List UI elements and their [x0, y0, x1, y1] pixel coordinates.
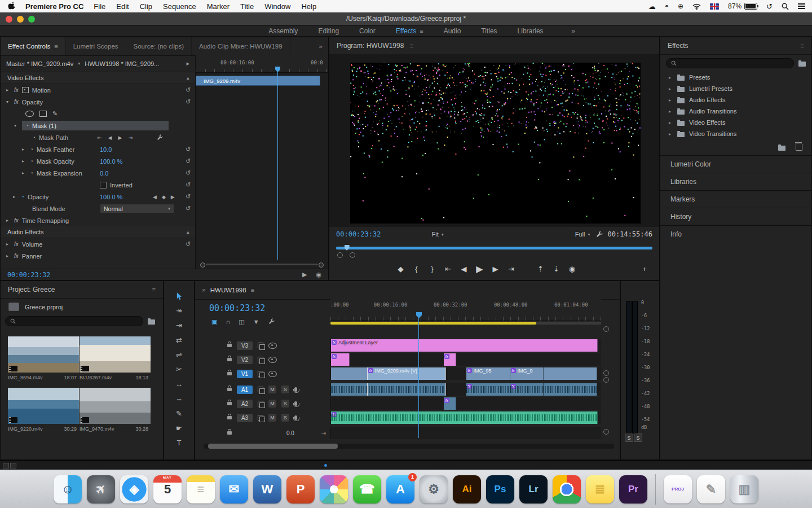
effects-panel-title[interactable]: Effects: [668, 42, 688, 50]
zoom-handle-right[interactable]: [319, 262, 324, 268]
time-machine-icon[interactable]: ↺: [766, 2, 773, 11]
add-marker-button[interactable]: ▼: [253, 318, 259, 325]
extract-button[interactable]: ⇣: [549, 265, 564, 273]
panel-menu-icon[interactable]: ≡: [409, 42, 413, 49]
sync-lock-icon[interactable]: [258, 357, 263, 362]
wifi-icon[interactable]: [692, 3, 701, 10]
tab-lumetri-scopes[interactable]: Lumetri Scopes: [66, 37, 126, 55]
clip-thumbnail[interactable]: [8, 336, 79, 373]
rolling-edit-tool[interactable]: ⇄: [164, 335, 194, 345]
panel-menu-icon[interactable]: ≡: [152, 286, 156, 293]
reset-icon[interactable]: ↺: [186, 169, 191, 177]
dock-chrome[interactable]: [553, 475, 581, 503]
mark-in-button[interactable]: {: [409, 265, 425, 273]
dock-app-store[interactable]: A1: [386, 475, 414, 503]
lock-icon[interactable]: [227, 388, 232, 391]
clip-thumbnail[interactable]: [80, 336, 151, 373]
voiceover-record-icon[interactable]: [294, 415, 297, 420]
twirl-icon[interactable]: ▸: [6, 253, 11, 259]
mask-expansion-row[interactable]: ▸ ◔ Mask Expansion 0.0 ↺: [1, 167, 195, 179]
playhead-line[interactable]: [277, 69, 278, 260]
track-mask-backward-frame-button[interactable]: ⇤: [98, 135, 102, 141]
twirl-icon[interactable]: ▸: [22, 170, 27, 176]
nest-toggle[interactable]: ▣: [211, 318, 217, 326]
play-around-button[interactable]: ▶: [302, 271, 307, 278]
scroll-handle[interactable]: [603, 429, 609, 435]
chevron-right-icon[interactable]: ▸: [669, 109, 673, 114]
timeline-clip[interactable]: [331, 383, 368, 396]
reset-icon[interactable]: ↺: [186, 181, 191, 189]
new-bin-icon[interactable]: [148, 319, 155, 325]
timeline-clip[interactable]: [368, 383, 445, 396]
zoom-level-dropdown[interactable]: Fit ▾: [431, 231, 443, 238]
input-language-flag-icon[interactable]: [710, 3, 719, 10]
chevron-right-icon[interactable]: ▸: [669, 98, 673, 103]
lock-icon[interactable]: [227, 344, 232, 347]
track-content-a2[interactable]: fx: [330, 397, 601, 410]
timeline-clip[interactable]: fx: [444, 397, 456, 410]
voiceover-record-icon[interactable]: [294, 401, 297, 406]
timeline-clip[interactable]: fx: [331, 353, 350, 366]
menu-app-name[interactable]: Premiere Pro CC: [25, 2, 83, 11]
blend-mode-row[interactable]: Blend Mode Normal ▾ ↺: [1, 203, 195, 214]
twirl-open-icon[interactable]: ▾: [6, 99, 11, 104]
panel-tab-lumetri-color[interactable]: Lumetri Color: [660, 155, 811, 173]
lock-icon[interactable]: [227, 402, 232, 405]
reset-icon[interactable]: ↺: [186, 157, 191, 165]
program-scrubber[interactable]: [336, 247, 652, 249]
twirl-icon[interactable]: ▸: [6, 242, 11, 247]
dock-illustrator[interactable]: Ai: [453, 475, 481, 503]
timeline-clip[interactable]: [544, 367, 597, 380]
track-visibility-icon[interactable]: [268, 343, 277, 349]
spotlight-search-icon[interactable]: [782, 3, 789, 10]
workspace-tab-libraries[interactable]: Libraries: [518, 27, 544, 35]
close-icon[interactable]: ×: [202, 287, 206, 294]
sync-lock-icon[interactable]: [258, 387, 263, 392]
menu-sequence[interactable]: Sequence: [163, 2, 196, 11]
type-tool[interactable]: T: [164, 438, 194, 448]
scroll-handle[interactable]: [603, 326, 609, 332]
master-level-value[interactable]: 0.0: [286, 430, 294, 436]
stopwatch-icon[interactable]: ◔: [30, 146, 33, 152]
opacity-effect-row[interactable]: ▾ fx Opacity ↺: [1, 96, 195, 108]
razor-tool[interactable]: ✂: [164, 365, 194, 374]
effect-controls-ruler[interactable]: 00:00:16:00 00:0: [196, 55, 328, 73]
track-content-v2[interactable]: fxfx: [330, 353, 601, 366]
tab-effect-controls[interactable]: Effect Controls≡: [1, 37, 66, 55]
time-remapping-row[interactable]: ▸ fx Time Remapping: [1, 214, 195, 226]
chevron-down-icon[interactable]: ▾: [78, 61, 80, 66]
menu-window[interactable]: Window: [264, 2, 290, 11]
volume-effect-row[interactable]: ▸ fx Volume ↺: [1, 238, 195, 250]
project-panel-title[interactable]: Project: Greece: [8, 286, 55, 294]
effects-tree-item-lumetri-presets[interactable]: ▸Lumetri Presets: [660, 83, 811, 94]
globe-icon[interactable]: ⊕: [678, 2, 683, 10]
tab-overflow-icon[interactable]: »: [314, 37, 328, 55]
dock-text-document[interactable]: ✎: [697, 475, 725, 503]
effects-tree-item-audio-transitions[interactable]: ▸Audio Transitions: [660, 106, 811, 117]
zoom-handle[interactable]: [350, 252, 355, 258]
dock-word[interactable]: W: [253, 475, 281, 503]
scroll-handle[interactable]: [603, 370, 609, 376]
timeline-clip[interactable]: fxIMG_95: [466, 367, 510, 380]
slip-tool[interactable]: ↔: [164, 379, 194, 389]
twirl-open-icon[interactable]: ▾: [14, 123, 19, 128]
cloud-icon[interactable]: ☁: [648, 2, 656, 11]
step-back-button[interactable]: ◀: [456, 265, 472, 273]
dock-premiere-project-file[interactable]: PROJ: [664, 475, 692, 503]
timeline-clip[interactable]: fx: [444, 353, 456, 366]
timeline-horizontal-scrollbar[interactable]: [204, 444, 614, 449]
track-name-a3[interactable]: A3: [237, 414, 253, 422]
sync-lock-icon[interactable]: [258, 415, 263, 421]
track-name-a1[interactable]: A1: [237, 386, 253, 394]
go-to-next-keyframe-icon[interactable]: ⇥: [321, 430, 326, 436]
effects-tree-item-video-transitions[interactable]: ▸Video Transitions: [660, 128, 811, 139]
program-timecode[interactable]: 00:00:23:32: [336, 230, 381, 238]
go-to-in-button[interactable]: ⇤: [440, 265, 456, 273]
tab-audio-clip-mixer-hwuw199[interactable]: Audio Clip Mixer: HWUW199: [192, 37, 290, 55]
pen-tool[interactable]: ✎: [164, 409, 194, 418]
twirl-icon[interactable]: ▸: [6, 87, 11, 93]
panner-effect-row[interactable]: ▸ fx Panner: [1, 250, 195, 262]
stopwatch-icon[interactable]: ◔: [32, 134, 36, 141]
new-bin-icon[interactable]: [778, 146, 785, 151]
lift-button[interactable]: ⇡: [533, 265, 549, 273]
